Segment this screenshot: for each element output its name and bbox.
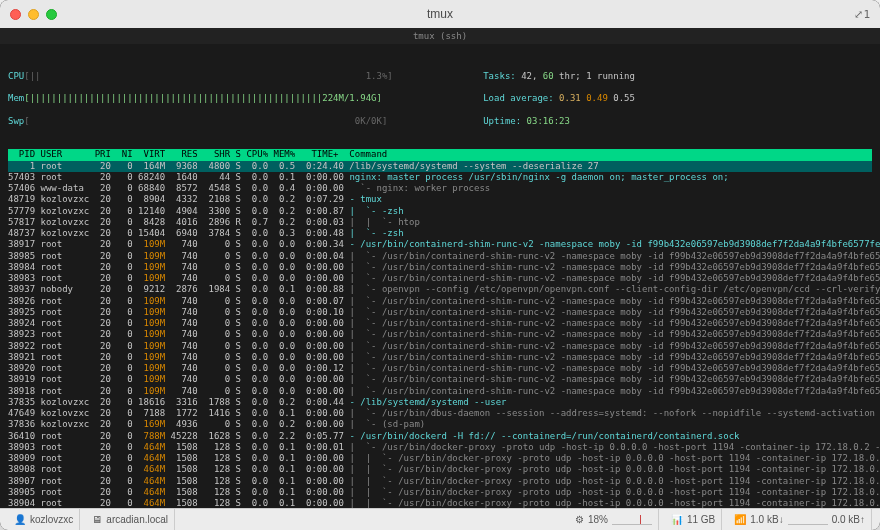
process-row[interactable]: 38937 nobody 20 0 9212 2876 1984 S 0.0 0… (8, 284, 872, 295)
process-row[interactable]: 57817 kozlovzxc 20 0 8428 4016 2896 R 0.… (8, 217, 872, 228)
process-row[interactable]: 57406 www-data 20 0 68840 8572 4548 S 0.… (8, 183, 872, 194)
process-row[interactable]: 38904 root 20 0 464M 1508 128 S 0.0 0.1 … (8, 498, 872, 508)
uptime-value: 03:16:23 (527, 116, 570, 126)
process-row[interactable]: 38919 root 20 0 109M 740 0 S 0.0 0.0 0:0… (8, 374, 872, 385)
macos-titlebar: tmux ⤢1 (0, 0, 880, 28)
process-row[interactable]: 36410 root 20 0 788M 45228 1628 S 0.0 2.… (8, 431, 872, 442)
process-row[interactable]: 57403 root 20 0 68240 1640 44 S 0.0 0.1 … (8, 172, 872, 183)
process-row[interactable]: 38985 root 20 0 109M 740 0 S 0.0 0.0 0:0… (8, 251, 872, 262)
process-row[interactable]: 38920 root 20 0 109M 740 0 S 0.0 0.0 0:0… (8, 363, 872, 374)
status-host: 🖥 arcadian.local (86, 509, 175, 530)
terminal-window: tmux ⤢1 tmux (ssh) CPU[|| 1.3%] Mem[||||… (0, 0, 880, 530)
app-statusbar: 👤 kozlovzxc 🖥 arcadian.local ⚙ 18% 📊 11 … (0, 508, 880, 530)
process-row[interactable]: 38918 root 20 0 109M 740 0 S 0.0 0.0 0:0… (8, 386, 872, 397)
window-mode-label: ⤢1 (854, 8, 870, 21)
process-row[interactable]: 38921 root 20 0 109M 740 0 S 0.0 0.0 0:0… (8, 352, 872, 363)
load-15: 0.55 (613, 93, 635, 103)
process-row[interactable]: 48719 kozlovzxc 20 0 8904 4332 2108 S 0.… (8, 194, 872, 205)
process-row[interactable]: 37835 kozlovzxc 20 0 18616 3316 1788 S 0… (8, 397, 872, 408)
tasks-label: Tasks: (483, 71, 521, 81)
terminal-body[interactable]: CPU[|| 1.3%] Mem[|||||||||||||||||||||||… (0, 44, 880, 508)
process-list[interactable]: 57403 root 20 0 68240 1640 44 S 0.0 0.1 … (8, 172, 872, 508)
process-row[interactable]: 38926 root 20 0 109M 740 0 S 0.0 0.0 0:0… (8, 296, 872, 307)
process-row[interactable]: 38917 root 20 0 109M 740 0 S 0.0 0.0 0:0… (8, 239, 872, 250)
load-5: 0.49 (586, 93, 608, 103)
window-title: tmux (0, 7, 880, 21)
process-row[interactable]: 38923 root 20 0 109M 740 0 S 0.0 0.0 0:0… (8, 329, 872, 340)
process-row[interactable]: 38905 root 20 0 464M 1508 128 S 0.0 0.1 … (8, 487, 872, 498)
mem-meter-bar: [|||||||||||||||||||||||||||||||||||||||… (24, 93, 382, 103)
column-header[interactable]: PID USER PRI NI VIRT RES SHR S CPU% MEM%… (8, 149, 872, 160)
net-sparkline-icon (788, 515, 828, 525)
process-row[interactable]: 38925 root 20 0 109M 740 0 S 0.0 0.0 0:0… (8, 307, 872, 318)
tab-title[interactable]: tmux (ssh) (0, 28, 880, 44)
status-user: 👤 kozlovzxc (8, 509, 80, 530)
process-row[interactable]: 37836 kozlovzxc 20 0 169M 4936 0 S 0.0 0… (8, 419, 872, 430)
process-row[interactable]: 38908 root 20 0 464M 1508 128 S 0.0 0.1 … (8, 464, 872, 475)
uptime-label: Uptime: (483, 116, 526, 126)
process-row[interactable]: 38909 root 20 0 464M 1508 128 S 0.0 0.1 … (8, 453, 872, 464)
status-net: 📶 1.0 kB↓ 0.0 kB↑ (728, 509, 872, 530)
status-mem: 📊 11 GB (665, 509, 722, 530)
swp-meter-label: Swp (8, 116, 24, 126)
status-cpu: ⚙ 18% (569, 509, 659, 530)
process-row[interactable]: 38984 root 20 0 109M 740 0 S 0.0 0.0 0:0… (8, 262, 872, 273)
selected-process-row[interactable]: 1 root 20 0 164M 9368 4800 S 0.0 0.5 0:2… (8, 161, 872, 172)
load-1: 0.31 (559, 93, 581, 103)
cpu-sparkline-icon (612, 515, 652, 525)
mem-meter-label: Mem (8, 93, 24, 103)
process-row[interactable]: 47649 kozlovzxc 20 0 7188 1772 1416 S 0.… (8, 408, 872, 419)
cpu-meter-label: CPU (8, 71, 24, 81)
swp-meter-bar: [ 0K/0K] (24, 116, 387, 126)
tasks-count: 42 (521, 71, 532, 81)
process-row[interactable]: 38983 root 20 0 109M 740 0 S 0.0 0.0 0:0… (8, 273, 872, 284)
process-row[interactable]: 38903 root 20 0 464M 1508 128 S 0.0 0.1 … (8, 442, 872, 453)
process-row[interactable]: 57779 kozlovzxc 20 0 12140 4904 3300 S 0… (8, 206, 872, 217)
load-label: Load average: (483, 93, 559, 103)
cpu-meter-bar: [|| 1.3%] (24, 71, 392, 81)
process-row[interactable]: 38922 root 20 0 109M 740 0 S 0.0 0.0 0:0… (8, 341, 872, 352)
process-row[interactable]: 38907 root 20 0 464M 1508 128 S 0.0 0.1 … (8, 476, 872, 487)
process-row[interactable]: 38924 root 20 0 109M 740 0 S 0.0 0.0 0:0… (8, 318, 872, 329)
process-row[interactable]: 48737 kozlovzxc 20 0 15404 6940 3784 S 0… (8, 228, 872, 239)
thr-count: 60 (543, 71, 554, 81)
